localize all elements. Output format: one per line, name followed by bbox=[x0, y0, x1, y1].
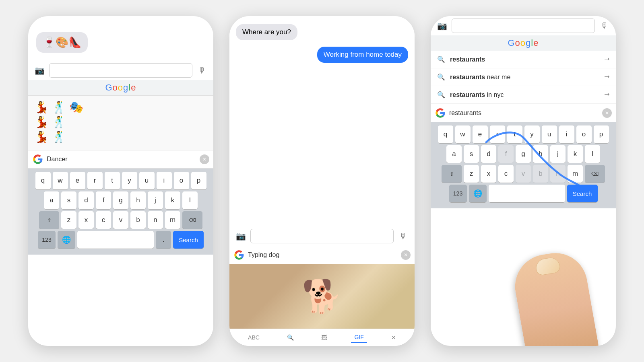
search-icon-s3: 🔍 bbox=[437, 91, 445, 99]
search-button-3[interactable]: Search bbox=[567, 185, 598, 202]
tab-gif[interactable]: GIF bbox=[351, 332, 367, 343]
key-globe[interactable]: 🌐 bbox=[58, 231, 75, 249]
key-shift[interactable]: ⇧ bbox=[39, 211, 59, 229]
key-z[interactable]: z bbox=[61, 211, 76, 229]
key-g[interactable]: g bbox=[113, 191, 128, 209]
tab-search[interactable]: 🔍 bbox=[284, 333, 297, 342]
key-m3[interactable]: m bbox=[568, 165, 583, 183]
camera-icon-2[interactable]: 📷 bbox=[234, 230, 247, 243]
key-space3[interactable] bbox=[489, 185, 565, 202]
search-bar-row: 📷 🎙 bbox=[28, 61, 213, 80]
key-f3[interactable]: f bbox=[498, 145, 514, 163]
microphone-icon-3[interactable]: 🎙 bbox=[598, 19, 611, 32]
emoji-row-3: 💃 🕺 bbox=[35, 130, 207, 144]
key-l3[interactable]: l bbox=[585, 145, 600, 163]
search-input-1[interactable] bbox=[49, 63, 192, 78]
suggestion-3[interactable]: 🔍 restaurants in nyc ↙ bbox=[431, 86, 616, 104]
key-period[interactable]: . bbox=[156, 231, 171, 249]
key-123-3[interactable]: 123 bbox=[449, 185, 467, 202]
suggestion-1[interactable]: 🔍 restaurants ↙ bbox=[431, 51, 616, 68]
bubble-sent: Working from home today bbox=[317, 47, 408, 63]
key-x3[interactable]: x bbox=[481, 165, 496, 183]
key-q3[interactable]: q bbox=[438, 125, 453, 143]
key-a3[interactable]: a bbox=[446, 145, 462, 163]
search-bar-row-2: 📷 🎙 bbox=[229, 226, 415, 246]
key-backspace[interactable]: ⌫ bbox=[182, 211, 202, 229]
key-h[interactable]: h bbox=[130, 191, 146, 209]
search-button-1[interactable]: Search bbox=[173, 231, 204, 249]
search-input-3[interactable] bbox=[452, 19, 595, 33]
key-p3[interactable]: p bbox=[594, 125, 609, 143]
suggestion-text-3: restaurants in nyc bbox=[450, 91, 599, 99]
key-u[interactable]: u bbox=[139, 172, 155, 189]
key-r[interactable]: r bbox=[87, 172, 103, 189]
key-g3[interactable]: g bbox=[516, 145, 531, 163]
microphone-icon[interactable]: 🎙 bbox=[196, 64, 208, 77]
key-e3[interactable]: e bbox=[473, 125, 488, 143]
key-y3[interactable]: y bbox=[524, 125, 540, 143]
key-b3[interactable]: b bbox=[533, 165, 548, 183]
key-t3[interactable]: t bbox=[507, 125, 522, 143]
key-q[interactable]: q bbox=[35, 172, 51, 189]
google-g-icon-3 bbox=[435, 107, 446, 119]
key-s3[interactable]: s bbox=[464, 145, 479, 163]
search-input-2[interactable] bbox=[250, 229, 394, 243]
key-123[interactable]: 123 bbox=[38, 231, 56, 249]
key-k[interactable]: k bbox=[165, 191, 180, 209]
microphone-icon-2[interactable]: 🎙 bbox=[397, 230, 410, 243]
key-m[interactable]: m bbox=[165, 211, 180, 229]
tab-images[interactable]: 🖼 bbox=[318, 333, 330, 342]
key-r3[interactable]: r bbox=[490, 125, 505, 143]
key-i3[interactable]: i bbox=[559, 125, 574, 143]
gif-bottom-bar: ABC 🔍 🖼 GIF ✕ bbox=[229, 329, 415, 346]
key-i[interactable]: i bbox=[157, 172, 172, 189]
key-f[interactable]: f bbox=[96, 191, 111, 209]
clear-button-3[interactable]: ✕ bbox=[602, 108, 612, 118]
tab-close[interactable]: ✕ bbox=[388, 333, 399, 342]
dog-gif-image: 🐕 bbox=[229, 264, 415, 329]
key-n[interactable]: n bbox=[148, 211, 163, 229]
query-text-2: Typing dog bbox=[248, 251, 398, 259]
search-icon-s1: 🔍 bbox=[437, 56, 445, 63]
camera-icon[interactable]: 📷 bbox=[33, 64, 46, 77]
key-space[interactable] bbox=[77, 231, 154, 249]
query-text-1: Dancer bbox=[47, 156, 196, 163]
key-row-bottom: 123 🌐 . Search bbox=[30, 231, 212, 249]
key-y[interactable]: y bbox=[122, 172, 137, 189]
key-row-z: ⇧ z x c v b n m ⌫ bbox=[30, 211, 212, 229]
key-backspace3[interactable]: ⌫ bbox=[585, 165, 605, 183]
key-d[interactable]: d bbox=[78, 191, 94, 209]
key-c3[interactable]: c bbox=[498, 165, 514, 183]
key-w[interactable]: w bbox=[53, 172, 68, 189]
suggestion-2[interactable]: 🔍 restaurants near me ↙ bbox=[431, 68, 616, 86]
key-p[interactable]: p bbox=[191, 172, 206, 189]
key-l[interactable]: l bbox=[182, 191, 198, 209]
key-e[interactable]: e bbox=[70, 172, 85, 189]
key-shift3[interactable]: ⇧ bbox=[442, 165, 462, 183]
key-t[interactable]: t bbox=[105, 172, 120, 189]
clear-button-2[interactable]: ✕ bbox=[401, 250, 411, 260]
key-n3[interactable]: n bbox=[550, 165, 566, 183]
key-b[interactable]: b bbox=[130, 211, 146, 229]
tab-abc[interactable]: ABC bbox=[245, 333, 263, 342]
key-d3[interactable]: d bbox=[481, 145, 496, 163]
key-globe3[interactable]: 🌐 bbox=[469, 185, 487, 202]
key-s[interactable]: s bbox=[61, 191, 76, 209]
key-h3[interactable]: h bbox=[533, 145, 548, 163]
key-x[interactable]: x bbox=[78, 211, 94, 229]
key-j[interactable]: j bbox=[148, 191, 163, 209]
key-v3[interactable]: v bbox=[516, 165, 531, 183]
key-v[interactable]: v bbox=[113, 211, 128, 229]
key-c[interactable]: c bbox=[96, 211, 111, 229]
key-a[interactable]: a bbox=[44, 191, 59, 209]
key-u3[interactable]: u bbox=[542, 125, 557, 143]
key-o3[interactable]: o bbox=[576, 125, 592, 143]
key-w3[interactable]: w bbox=[455, 125, 471, 143]
key-z3[interactable]: z bbox=[464, 165, 479, 183]
key-j3[interactable]: j bbox=[550, 145, 566, 163]
key-k3[interactable]: k bbox=[568, 145, 583, 163]
key-o[interactable]: o bbox=[174, 172, 189, 189]
camera-icon-3[interactable]: 📷 bbox=[436, 19, 448, 32]
emoji-row-2: 💃 🕺 bbox=[35, 115, 207, 129]
clear-button-1[interactable]: ✕ bbox=[200, 154, 209, 164]
